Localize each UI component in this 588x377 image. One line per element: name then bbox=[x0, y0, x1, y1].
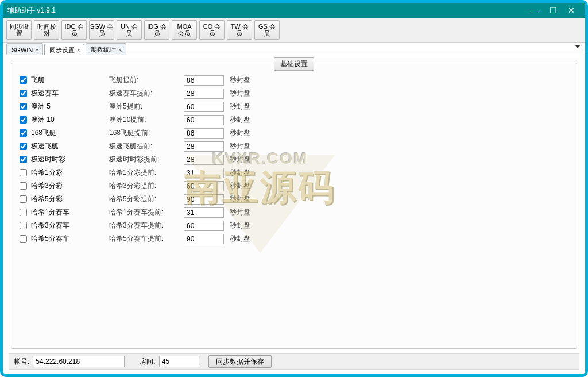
seconds-input[interactable] bbox=[184, 234, 224, 244]
tab-close-icon[interactable]: × bbox=[118, 47, 122, 53]
enable-checkbox[interactable] bbox=[20, 103, 27, 110]
seconds-input[interactable] bbox=[184, 168, 224, 178]
setting-row: 澳洲 5澳洲5提前:秒封盘 bbox=[17, 100, 571, 113]
tab-overflow-icon[interactable] bbox=[575, 45, 581, 48]
maximize-button[interactable]: ☐ bbox=[544, 3, 562, 17]
checkbox-label: 哈希5分彩 bbox=[31, 194, 63, 204]
tab-strip: SGWIN×同步设置×期数统计× bbox=[3, 43, 585, 55]
enable-checkbox[interactable] bbox=[20, 156, 27, 163]
tab-close-icon[interactable]: × bbox=[35, 47, 38, 53]
settings-rows: 飞艇飞艇提前:秒封盘极速赛车极速赛车提前:秒封盘澳洲 5澳洲5提前:秒封盘澳洲 … bbox=[11, 63, 577, 256]
main-toolbar: 同步设置时间校对IDC 会员SGW 会员UN 会员IDG 会员MOA会员CO 会… bbox=[3, 18, 585, 43]
enable-checkbox[interactable] bbox=[20, 222, 27, 229]
checkbox-label: 哈希5分赛车 bbox=[31, 234, 69, 244]
suffix-label: 秒封盘 bbox=[224, 75, 250, 85]
enable-checkbox[interactable] bbox=[20, 195, 27, 203]
titlebar: 辅助助手 v1.9.1 — ☐ ✕ bbox=[3, 3, 585, 18]
account-label: 帐号: bbox=[14, 357, 29, 367]
setting-row: 哈希1分彩哈希1分彩提前:秒封盘 bbox=[17, 166, 571, 179]
enable-checkbox[interactable] bbox=[20, 129, 27, 137]
field-label: 极速飞艇提前: bbox=[109, 141, 184, 151]
bottom-bar: 帐号: 房间: 同步数据并保存 bbox=[9, 353, 579, 370]
field-label: 极速赛车提前: bbox=[109, 89, 184, 98]
setting-row: 哈希3分赛车哈希3分赛车提前:秒封盘 bbox=[17, 219, 571, 232]
setting-row: 极速赛车极速赛车提前:秒封盘 bbox=[17, 87, 571, 100]
field-label: 哈希1分彩提前: bbox=[109, 168, 184, 178]
minimize-button[interactable]: — bbox=[525, 3, 544, 17]
setting-row: 哈希5分彩哈希5分彩提前:秒封盘 bbox=[17, 193, 571, 206]
enable-checkbox[interactable] bbox=[20, 169, 27, 176]
settings-groupbox: 基础设置 飞艇飞艇提前:秒封盘极速赛车极速赛车提前:秒封盘澳洲 5澳洲5提前:秒… bbox=[11, 63, 577, 349]
seconds-input[interactable] bbox=[184, 221, 224, 231]
seconds-input[interactable] bbox=[184, 75, 224, 86]
field-label: 飞艇提前: bbox=[109, 75, 184, 85]
seconds-input[interactable] bbox=[184, 194, 224, 205]
toolbar-button-1[interactable]: 时间校对 bbox=[34, 20, 59, 40]
account-input[interactable] bbox=[33, 356, 125, 367]
tab-2[interactable]: 期数统计× bbox=[86, 43, 126, 55]
seconds-input[interactable] bbox=[184, 128, 224, 139]
toolbar-button-5[interactable]: IDG 会员 bbox=[144, 20, 169, 40]
toolbar-button-4[interactable]: UN 会员 bbox=[117, 20, 142, 40]
enable-checkbox[interactable] bbox=[20, 143, 27, 150]
seconds-input[interactable] bbox=[184, 115, 224, 125]
toolbar-button-2[interactable]: IDC 会员 bbox=[61, 20, 87, 40]
setting-row: 澳洲 10澳洲10提前:秒封盘 bbox=[17, 113, 571, 126]
checkbox-label: 哈希1分彩 bbox=[31, 168, 63, 178]
setting-row: 飞艇飞艇提前:秒封盘 bbox=[17, 74, 571, 87]
suffix-label: 秒封盘 bbox=[224, 234, 250, 244]
checkbox-label: 哈希3分赛车 bbox=[31, 221, 69, 230]
suffix-label: 秒封盘 bbox=[224, 102, 250, 111]
content-area: 基础设置 飞艇飞艇提前:秒封盘极速赛车极速赛车提前:秒封盘澳洲 5澳洲5提前:秒… bbox=[9, 58, 579, 351]
enable-checkbox[interactable] bbox=[20, 209, 27, 216]
enable-checkbox[interactable] bbox=[20, 182, 27, 190]
checkbox-label: 澳洲 10 bbox=[31, 115, 55, 125]
field-label: 哈希3分彩提前: bbox=[109, 181, 184, 191]
checkbox-label: 极速时时彩 bbox=[31, 155, 65, 164]
app-window: 辅助助手 v1.9.1 — ☐ ✕ 同步设置时间校对IDC 会员SGW 会员UN… bbox=[0, 0, 588, 377]
tab-0[interactable]: SGWIN× bbox=[6, 43, 43, 55]
tab-label: 同步设置 bbox=[49, 46, 75, 55]
enable-checkbox[interactable] bbox=[20, 90, 27, 97]
setting-row: 极速时时彩极速时时彩提前:秒封盘 bbox=[17, 153, 571, 166]
suffix-label: 秒封盘 bbox=[224, 115, 250, 125]
field-label: 哈希5分彩提前: bbox=[109, 194, 184, 204]
enable-checkbox[interactable] bbox=[20, 116, 27, 124]
enable-checkbox[interactable] bbox=[20, 76, 27, 84]
suffix-label: 秒封盘 bbox=[224, 181, 250, 191]
checkbox-label: 哈希1分赛车 bbox=[31, 207, 69, 217]
suffix-label: 秒封盘 bbox=[224, 168, 250, 178]
toolbar-button-8[interactable]: TW 会员 bbox=[227, 20, 252, 40]
enable-checkbox[interactable] bbox=[20, 235, 27, 243]
toolbar-button-9[interactable]: GS 会员 bbox=[254, 20, 280, 40]
field-label: 哈希1分赛车提前: bbox=[109, 207, 184, 217]
seconds-input[interactable] bbox=[184, 141, 224, 152]
toolbar-button-0[interactable]: 同步设置 bbox=[6, 20, 32, 40]
toolbar-button-7[interactable]: CO 会员 bbox=[199, 20, 225, 40]
suffix-label: 秒封盘 bbox=[224, 89, 250, 98]
seconds-input[interactable] bbox=[184, 207, 224, 218]
tab-1[interactable]: 同步设置× bbox=[44, 44, 84, 55]
window-title: 辅助助手 v1.9.1 bbox=[7, 6, 525, 16]
toolbar-button-6[interactable]: MOA会员 bbox=[172, 20, 197, 40]
seconds-input[interactable] bbox=[184, 155, 224, 165]
seconds-input[interactable] bbox=[184, 102, 224, 112]
seconds-input[interactable] bbox=[184, 89, 224, 99]
tab-label: SGWIN bbox=[11, 47, 33, 53]
checkbox-label: 飞艇 bbox=[31, 75, 45, 85]
checkbox-label: 哈希3分彩 bbox=[31, 181, 63, 191]
sync-save-button[interactable]: 同步数据并保存 bbox=[208, 355, 272, 368]
seconds-input[interactable] bbox=[184, 181, 224, 191]
suffix-label: 秒封盘 bbox=[224, 207, 250, 217]
close-button[interactable]: ✕ bbox=[562, 3, 581, 17]
suffix-label: 秒封盘 bbox=[224, 128, 250, 138]
setting-row: 哈希3分彩哈希3分彩提前:秒封盘 bbox=[17, 179, 571, 193]
suffix-label: 秒封盘 bbox=[224, 221, 250, 230]
field-label: 澳洲5提前: bbox=[109, 102, 184, 111]
checkbox-label: 极速飞艇 bbox=[31, 141, 59, 151]
field-label: 168飞艇提前: bbox=[109, 128, 184, 138]
tab-close-icon[interactable]: × bbox=[77, 47, 80, 53]
room-input[interactable] bbox=[159, 356, 199, 367]
setting-row: 168飞艇168飞艇提前:秒封盘 bbox=[17, 126, 571, 140]
toolbar-button-3[interactable]: SGW 会员 bbox=[89, 20, 114, 40]
